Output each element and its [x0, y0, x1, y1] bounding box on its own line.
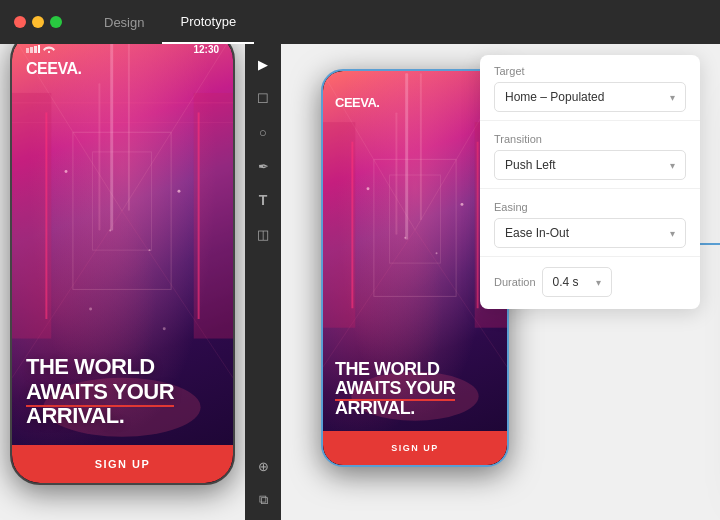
- phone-left: 12:30 CEEVA. THE WORLD AWAITS YOUR ARRIV…: [10, 30, 235, 485]
- maximize-button[interactable]: [50, 16, 62, 28]
- frame-tool[interactable]: ☐: [253, 88, 273, 108]
- target-label: Target: [494, 65, 686, 77]
- svg-rect-6: [110, 34, 113, 230]
- transition-dropdown[interactable]: Push Left ▾: [494, 150, 686, 180]
- easing-value: Ease In-Out: [505, 226, 569, 240]
- phone-left-logo: CEEVA.: [26, 60, 81, 78]
- svg-point-19: [149, 249, 151, 251]
- close-button[interactable]: [14, 16, 26, 28]
- svg-point-42: [461, 203, 464, 206]
- duration-value: 0.4 s: [553, 275, 579, 289]
- layers-icon[interactable]: ⧉: [253, 490, 273, 510]
- duration-chevron-icon: ▾: [596, 277, 601, 288]
- svg-point-43: [404, 237, 406, 239]
- window-controls: [0, 16, 76, 28]
- svg-rect-8: [98, 83, 100, 230]
- svg-point-44: [436, 252, 438, 254]
- svg-point-21: [163, 327, 166, 330]
- svg-point-17: [178, 190, 181, 193]
- svg-rect-37: [323, 122, 355, 328]
- tab-design[interactable]: Design: [86, 0, 162, 44]
- shape-tool[interactable]: ◫: [253, 224, 273, 244]
- duration-section: Duration 0.4 s ▾: [480, 259, 700, 309]
- svg-point-16: [65, 170, 68, 173]
- easing-label: Easing: [494, 201, 686, 213]
- target-section: Target Home – Populated ▾: [480, 55, 700, 118]
- duration-dropdown[interactable]: 0.4 s ▾: [542, 267, 612, 297]
- svg-point-41: [367, 187, 370, 190]
- svg-rect-34: [420, 73, 422, 220]
- svg-rect-24: [34, 46, 37, 53]
- tab-prototype[interactable]: Prototype: [162, 0, 254, 44]
- transition-section: Transition Push Left ▾: [480, 123, 700, 186]
- top-bar: Design Prototype: [0, 0, 720, 44]
- left-toolbar: ▶ ☐ ○ ✒ T ◫ ⊕ ⧉: [245, 44, 281, 520]
- phone-left-signup[interactable]: SIGN UP: [12, 445, 233, 483]
- phone-center-logo: CEEVA.: [335, 95, 379, 110]
- transition-value: Push Left: [505, 158, 556, 172]
- duration-label: Duration: [494, 276, 536, 288]
- cursor-tool[interactable]: ▶: [253, 54, 273, 74]
- zoom-tool[interactable]: ⊕: [253, 456, 273, 476]
- svg-point-18: [109, 230, 111, 232]
- svg-rect-23: [30, 47, 33, 53]
- divider-3: [480, 256, 700, 257]
- svg-rect-35: [395, 112, 397, 234]
- transition-label: Transition: [494, 133, 686, 145]
- target-chevron-icon: ▾: [670, 92, 675, 103]
- divider-2: [480, 188, 700, 189]
- phone-center-headline: THE WORLD AWAITS YOUR ARRIVAL.: [335, 360, 495, 419]
- svg-point-26: [48, 51, 50, 53]
- easing-section: Easing Ease In-Out ▾: [480, 191, 700, 254]
- pen-tool[interactable]: ✒: [253, 156, 273, 176]
- minimize-button[interactable]: [32, 16, 44, 28]
- target-value: Home – Populated: [505, 90, 604, 104]
- svg-rect-25: [38, 45, 40, 53]
- divider-1: [480, 120, 700, 121]
- easing-chevron-icon: ▾: [670, 228, 675, 239]
- text-tool[interactable]: T: [253, 190, 273, 210]
- tab-bar: Design Prototype: [86, 0, 254, 44]
- phone-center-signup[interactable]: SIGN UP: [323, 431, 507, 465]
- svg-rect-33: [405, 73, 408, 239]
- prototype-panel: Target Home – Populated ▾ Transition Pus…: [480, 55, 700, 309]
- phone-left-headline: THE WORLD AWAITS YOUR ARRIVAL.: [26, 355, 219, 428]
- transition-chevron-icon: ▾: [670, 160, 675, 171]
- target-dropdown[interactable]: Home – Populated ▾: [494, 82, 686, 112]
- svg-point-20: [89, 308, 92, 311]
- easing-dropdown[interactable]: Ease In-Out ▾: [494, 218, 686, 248]
- svg-rect-22: [26, 48, 29, 53]
- svg-rect-5: [93, 152, 152, 250]
- svg-rect-10: [12, 93, 51, 339]
- circle-tool[interactable]: ○: [253, 122, 273, 142]
- status-time: 12:30: [193, 44, 219, 55]
